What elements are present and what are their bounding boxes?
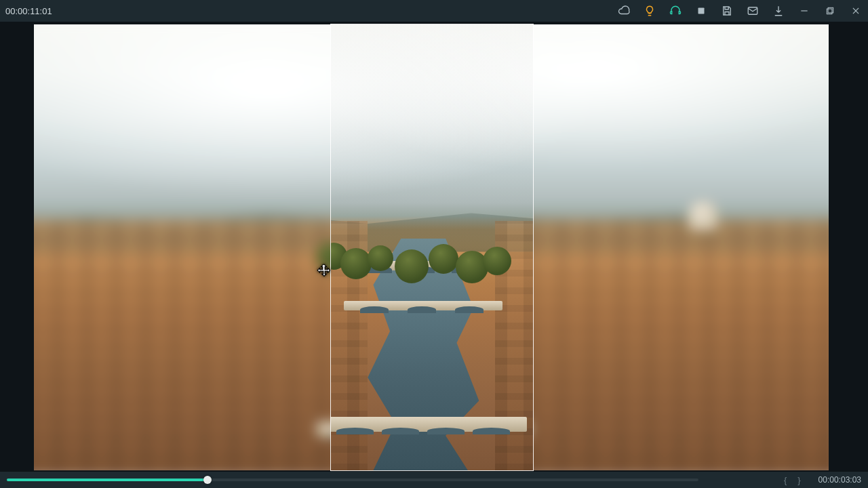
clip-timecode: 00:00:11:01: [5, 6, 52, 16]
lightbulb-icon[interactable]: [643, 4, 656, 18]
stop-icon[interactable]: [694, 4, 708, 18]
title-bar-right: [617, 4, 863, 18]
title-bar-left: 00:00:11:01: [5, 6, 52, 16]
headset-icon[interactable]: [669, 4, 682, 18]
svg-rect-4: [827, 9, 832, 14]
sharp-focus-layer: [331, 24, 533, 470]
save-icon[interactable]: [720, 4, 734, 18]
bracket-open-icon[interactable]: {: [781, 475, 789, 485]
progress-fill: [7, 479, 208, 481]
svg-rect-3: [828, 7, 833, 13]
maximize-restore-icon[interactable]: [823, 4, 837, 18]
progress-thumb[interactable]: [203, 476, 212, 484]
svg-rect-0: [698, 8, 705, 14]
preview-viewport[interactable]: [0, 22, 868, 472]
download-icon[interactable]: [772, 4, 785, 18]
playhead-timecode: 00:00:03:03: [809, 475, 861, 485]
crop-region[interactable]: [331, 24, 533, 470]
close-icon[interactable]: [849, 4, 863, 18]
bracket-close-icon[interactable]: }: [795, 475, 803, 485]
title-bar: 00:00:11:01: [0, 0, 868, 22]
playback-footer: { } 00:00:03:03: [0, 472, 868, 488]
cloud-icon[interactable]: [617, 4, 631, 18]
mail-icon[interactable]: [746, 4, 760, 18]
minimize-icon[interactable]: [797, 4, 811, 18]
playback-progress[interactable]: [7, 479, 698, 481]
